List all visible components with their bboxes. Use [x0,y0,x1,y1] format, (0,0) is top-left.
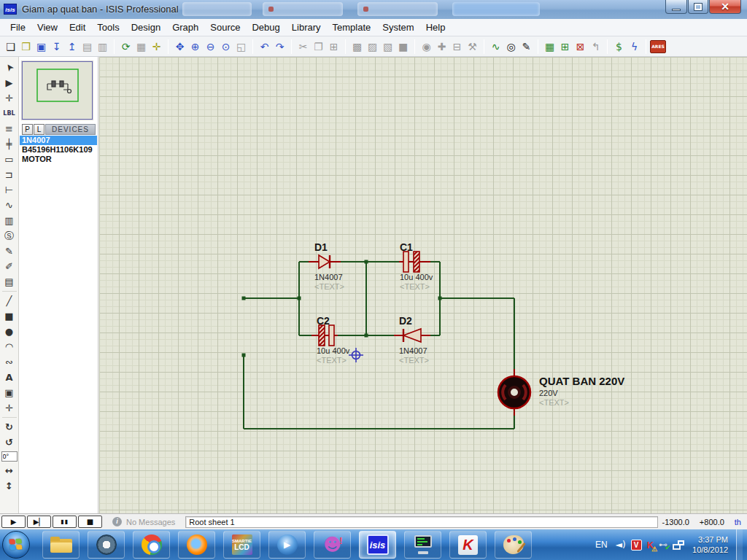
save-design-icon[interactable]: ▣ [34,39,49,54]
taskbar-isis-button[interactable]: isis [359,531,396,559]
safely-remove-hardware-icon[interactable]: ⊷✔ [659,540,667,550]
packaging-tool-icon[interactable]: ⊟ [449,39,465,54]
taskbar-kaspersky-button[interactable]: K [449,531,487,559]
mark-output-area-icon[interactable]: ▥ [95,39,110,54]
import-section-icon[interactable]: ↧ [49,39,64,54]
minimize-button[interactable] [665,0,687,14]
taskbar-yahoo-button[interactable]: ☻ ! [314,531,351,559]
root-sheet-field[interactable]: Root sheet 1 [185,516,658,528]
rotate-anticlockwise-icon[interactable]: ↺ [1,435,18,450]
label-d2-text[interactable]: <TEXT> [399,356,429,365]
pick-parts-icon[interactable]: ◉ [419,39,434,54]
wire-label-mode-icon[interactable]: LBL [1,106,18,121]
taskbar-media-player-button[interactable]: ▶ [268,531,306,559]
menu-debug[interactable]: Debug [246,20,285,35]
close-button[interactable]: ✕ [709,0,741,14]
taskbar-clock[interactable]: 3:37 PM 10/8/2012 [692,534,728,555]
print-icon[interactable]: ▤ [80,39,95,54]
menu-design[interactable]: Design [125,20,166,35]
search-tag-icon[interactable]: ◎ [503,39,519,54]
copy-icon[interactable]: ❐ [311,39,326,54]
menu-tools[interactable]: Tools [91,20,125,35]
taskbar-explorer-button[interactable] [42,531,80,559]
toggle-origin-icon[interactable]: ✛ [149,39,164,54]
diode-d1[interactable] [319,255,330,268]
label-motor-ref[interactable]: QUAT BAN 220V [539,375,624,387]
network-icon[interactable] [673,540,684,550]
menu-view[interactable]: View [31,20,63,35]
new-file-icon[interactable]: ❑ [3,39,18,54]
simulate-pause-button[interactable]: ▮▮ [53,516,77,528]
2d-box-icon[interactable]: ■ [1,308,18,324]
wire-net[interactable] [244,262,514,429]
menu-file[interactable]: File [4,20,31,35]
pick-devices-button[interactable]: P [22,124,33,135]
menu-library[interactable]: Library [286,20,327,35]
virtual-instruments-mode-icon[interactable]: ▤ [1,274,18,289]
menu-source[interactable]: Source [204,20,246,35]
zoom-all-icon[interactable]: ⊙ [218,39,233,54]
menu-system[interactable]: System [376,20,419,35]
label-motor-text[interactable]: <TEXT> [539,398,569,407]
terminals-mode-icon[interactable]: ⊐ [1,167,18,182]
electrical-rule-check-icon[interactable]: ϟ [627,39,642,54]
menu-template[interactable]: Template [327,20,377,35]
label-c1-text[interactable]: <TEXT> [400,282,430,291]
label-c1-ref[interactable]: C1 [400,241,413,253]
label-d1-ref[interactable]: D1 [314,241,328,253]
2d-marker-icon[interactable]: ✛ [1,400,18,416]
wire-autorouter-icon[interactable]: ∿ [488,39,503,54]
2d-circle-icon[interactable]: ● [1,324,18,339]
label-d1-text[interactable]: <TEXT> [314,282,344,291]
2d-arc-icon[interactable]: ◠ [1,339,18,354]
zoom-out-icon[interactable]: ⊖ [203,39,218,54]
cut-icon[interactable]: ✂ [295,39,311,54]
remove-sheet-icon[interactable]: ⊠ [573,39,588,54]
design-explorer-icon[interactable]: ▦ [542,39,557,54]
overview-pane[interactable] [22,61,93,120]
redraw-icon[interactable]: ⟳ [118,39,133,54]
device-item-1n4007[interactable]: 1N4007 [20,136,97,145]
zoom-in-icon[interactable]: ⊕ [187,39,203,54]
restore-button[interactable] [688,0,708,14]
tape-recorder-mode-icon[interactable]: ▥ [1,213,18,228]
block-rotate-icon[interactable]: ▧ [380,39,395,54]
menu-graph[interactable]: Graph [166,20,204,35]
motor-quat-ban[interactable] [498,376,530,408]
make-device-icon[interactable]: ✚ [434,39,449,54]
show-desktop-button[interactable] [736,529,743,560]
label-d2-ref[interactable]: D2 [399,315,412,327]
taskbar-terminal-button[interactable] [404,531,441,559]
library-manager-button[interactable]: L [34,124,44,135]
label-motor-value[interactable]: 220V [539,389,558,397]
taskbar-utility-button[interactable] [88,531,125,559]
menu-help[interactable]: Help [420,20,452,35]
new-sheet-icon[interactable]: ⊞ [557,39,573,54]
block-move-icon[interactable]: ▨ [365,39,380,54]
label-c2-text[interactable]: <TEXT> [317,356,347,365]
language-indicator[interactable]: EN [595,540,608,550]
menu-edit[interactable]: Edit [63,20,91,35]
schematic-editing-window[interactable]: D1 1N4007 <TEXT> C1 10u 400v <TEXT> C2 1… [99,57,747,513]
device-pins-mode-icon[interactable]: ⊢ [1,182,18,198]
goto-sheet-icon[interactable]: ↰ [588,39,603,54]
subcircuit-mode-icon[interactable]: ▭ [1,152,18,167]
junction-dot-mode-icon[interactable]: ✛ [1,90,18,106]
2d-line-icon[interactable]: ╱ [1,293,18,308]
2d-path-icon[interactable]: ∾ [1,354,18,370]
mirror-vertical-icon[interactable]: ↕ [1,478,18,494]
toggle-grid-icon[interactable]: ▦ [133,39,149,54]
speaker-icon[interactable]: ◄) [616,540,626,550]
buses-mode-icon[interactable]: ╪ [1,136,18,152]
mirror-horizontal-icon[interactable]: ↔ [1,463,18,478]
rotate-clockwise-icon[interactable]: ↻ [1,419,18,435]
zoom-area-icon[interactable]: ◱ [233,39,249,54]
bill-of-materials-icon[interactable]: $ [611,39,627,54]
netlist-to-ares-icon[interactable]: ARES [650,40,666,53]
taskbar-lcd-smartie-button[interactable]: SMARTIE LCD [223,531,260,559]
title-bar[interactable]: isis Giam ap quat ban - ISIS Professiona… [0,0,747,19]
device-item-b45196[interactable]: B45196H1106K109 [20,145,97,155]
generator-mode-icon[interactable]: Ⓢ [1,228,18,244]
diode-d2[interactable] [403,329,421,342]
voltage-probe-mode-icon[interactable]: ✎ [1,244,18,259]
